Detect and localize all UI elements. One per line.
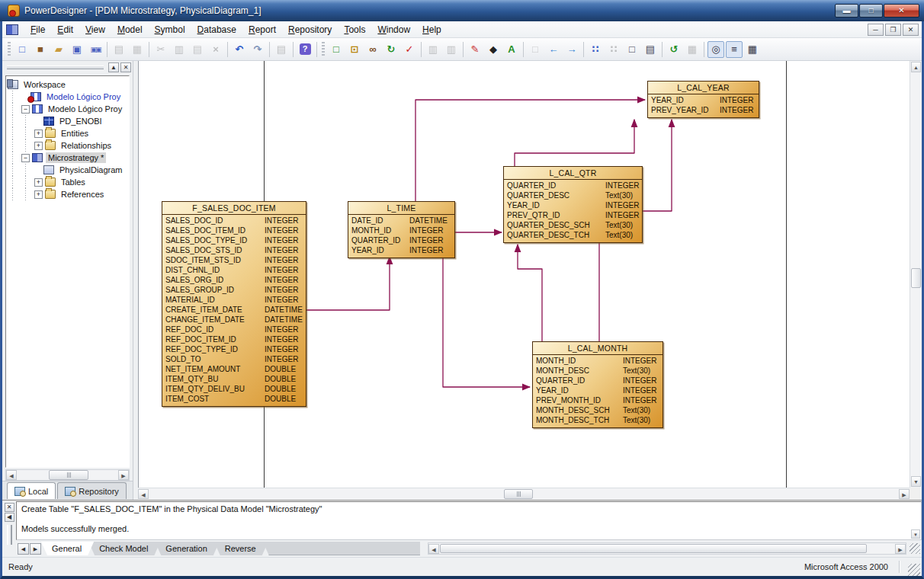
menu-window[interactable]: Window (371, 22, 416, 37)
repository-synchronize-icon[interactable]: ↺ (666, 41, 682, 58)
tabs-scroll-left-arrow[interactable]: ◀ (18, 543, 29, 555)
tree-item-modelo-l-gico-proy[interactable]: Modelo Lógico Proy (6, 91, 129, 103)
scroll-left-arrow[interactable]: ◀ (428, 544, 439, 554)
mdi-minimize-button[interactable]: ─ (868, 24, 884, 36)
tabs-scroll-right-arrow[interactable]: ▶ (30, 543, 41, 555)
scroll-left-arrow[interactable]: ◀ (138, 489, 149, 499)
tree-item-references[interactable]: +References (6, 188, 129, 200)
mdi-system-icon[interactable] (6, 24, 18, 35)
menu-symbol[interactable]: Symbol (149, 22, 191, 37)
scroll-up-arrow[interactable]: ▲ (911, 62, 921, 72)
output-close-button[interactable]: ✕ (5, 503, 14, 512)
table-f_sales_doc_item[interactable]: F_SALES_DOC_ITEMSALES_DOC_IDINTEGERSALES… (162, 201, 306, 407)
panel-resize-grip[interactable] (910, 543, 920, 554)
new-diagram-icon[interactable]: □ (328, 41, 345, 58)
text-notes-view-icon[interactable]: ≡ (726, 41, 743, 58)
expand-icon[interactable]: + (34, 178, 43, 187)
output-collapse-button[interactable]: ◀ (5, 513, 14, 522)
scroll-right-arrow[interactable]: ▶ (118, 470, 129, 480)
tree-item-physicaldiagram[interactable]: PhysicalDiagram (6, 164, 129, 176)
merge-model-icon[interactable]: ▥ (425, 41, 441, 58)
dependencies-window-icon[interactable]: ∷ (605, 41, 622, 58)
tree-item-pd-enobi[interactable]: PD_ENOBI (6, 115, 129, 127)
paste-special-icon[interactable]: ⊡ (346, 41, 363, 58)
panel-close-button[interactable]: ✕ (120, 62, 131, 72)
expand-icon[interactable]: + (34, 190, 43, 199)
diagram-canvas[interactable]: F_SALES_DOC_ITEMSALES_DOC_IDINTEGERSALES… (138, 61, 910, 488)
output-messages[interactable]: Create Table "F_SALES_DOC_ITEM" in the P… (16, 501, 922, 540)
new-model-icon[interactable]: ■ (32, 41, 49, 58)
title-bar[interactable]: PowerDesigner - [PDM Microstrategy, Phys… (0, 0, 924, 21)
new-file-icon[interactable]: □ (14, 41, 30, 58)
window-resize-grip[interactable] (908, 564, 920, 576)
tree-item-modelo-l-gico-proy[interactable]: −Modelo Lógico Proy (6, 103, 129, 115)
menu-report[interactable]: Report (242, 22, 282, 37)
save-icon[interactable]: ▣ (69, 41, 85, 58)
sidebar-horizontal-scrollbar[interactable]: ◀ ▶ (5, 469, 130, 481)
output-drag-grip[interactable] (7, 525, 12, 545)
output-tab-check-model[interactable]: Check Model (88, 542, 160, 555)
output-tab-generation[interactable]: Generation (155, 542, 219, 555)
tree-item-entities[interactable]: +Entities (6, 127, 129, 139)
scroll-thumb[interactable] (440, 544, 867, 553)
find-objects-icon[interactable]: ∞ (364, 41, 381, 58)
output-tab-reverse[interactable]: Reverse (214, 542, 268, 555)
print-preview-icon[interactable]: ▤ (111, 41, 127, 58)
ref-l_cal_qtr-l_cal_year[interactable] (515, 120, 634, 166)
print-icon[interactable]: ▦ (129, 41, 146, 58)
blank-page-icon[interactable]: □ (527, 41, 544, 58)
ref-f_sales_doc_item-l_time[interactable] (306, 257, 390, 310)
repository-extract-icon[interactable]: ▦ (684, 41, 701, 58)
zoom-page-view-icon[interactable]: ◎ (707, 41, 724, 58)
save-all-icon[interactable]: ▣▣ (87, 41, 104, 58)
tree-item-microstrategy-[interactable]: −Microstrategy * (6, 152, 129, 164)
toolbar-grip[interactable] (8, 42, 11, 57)
canvas-vertical-scrollbar[interactable]: ▲ ▼ (910, 61, 922, 488)
tab-local[interactable]: Local (7, 482, 56, 499)
scroll-right-arrow[interactable]: ▶ (895, 544, 906, 554)
table-l_cal_qtr[interactable]: L_CAL_QTRQUARTER_IDINTEGERQUARTER_DESCTe… (503, 166, 643, 243)
cut-icon[interactable]: ✂ (152, 41, 169, 58)
help-icon[interactable]: ? (297, 41, 313, 58)
grid-view-icon[interactable]: ▦ (744, 41, 761, 58)
scroll-thumb[interactable] (49, 470, 88, 480)
tree-item-tables[interactable]: +Tables (6, 176, 129, 188)
check-model-icon[interactable]: ✓ (401, 41, 418, 58)
menu-database[interactable]: Database (191, 22, 242, 37)
scroll-thumb[interactable] (911, 268, 921, 288)
panel-collapse-button[interactable]: ▲ (108, 62, 119, 72)
menu-repository[interactable]: Repository (282, 22, 338, 37)
go-forward-icon[interactable]: → (563, 41, 580, 58)
panel-drag-grip[interactable] (7, 66, 104, 69)
menu-tools[interactable]: Tools (338, 22, 371, 37)
fill-tool-icon[interactable]: ◆ (485, 41, 502, 58)
scroll-left-arrow[interactable]: ◀ (6, 470, 17, 480)
result-list-window-icon[interactable]: ▤ (642, 41, 659, 58)
compare-model-icon[interactable]: ▥ (443, 41, 460, 58)
menu-edit[interactable]: Edit (51, 22, 79, 37)
redo-icon[interactable]: ↷ (249, 41, 266, 58)
scroll-thumb[interactable] (504, 489, 533, 499)
browser-window-icon[interactable]: ∷ (587, 41, 604, 58)
copy-icon[interactable]: ▥ (171, 41, 188, 58)
mdi-close-button[interactable]: ✕ (903, 24, 919, 36)
open-icon[interactable]: ▰ (50, 41, 67, 58)
ref-l_time-l_cal_month[interactable] (443, 258, 530, 387)
browser-panel-header[interactable]: ▲ ✕ (2, 61, 133, 74)
pencil-tool-icon[interactable]: ✎ (467, 41, 483, 58)
scroll-right-arrow[interactable]: ▶ (899, 489, 910, 499)
output-tab-general[interactable]: General (41, 542, 94, 555)
collapse-icon[interactable]: − (21, 105, 30, 114)
font-tool-icon[interactable]: A (503, 41, 520, 58)
menu-model[interactable]: Model (111, 22, 149, 37)
menu-file[interactable]: File (24, 22, 51, 37)
restore-button[interactable]: □ (859, 4, 883, 18)
expand-icon[interactable]: + (34, 142, 43, 150)
tree-item-workspace[interactable]: Workspace (6, 78, 129, 91)
table-l_cal_month[interactable]: L_CAL_MONTHMONTH_IDINTEGERMONTH_DESCText… (532, 341, 663, 428)
canvas-horizontal-scrollbar[interactable]: ◀ ▶ (138, 488, 910, 500)
toolbar-grip[interactable] (322, 42, 325, 57)
paste-icon[interactable]: ▤ (189, 41, 206, 58)
ref-l_cal_month-l_cal_qtr[interactable] (518, 245, 542, 341)
collapse-icon[interactable]: − (21, 154, 30, 162)
